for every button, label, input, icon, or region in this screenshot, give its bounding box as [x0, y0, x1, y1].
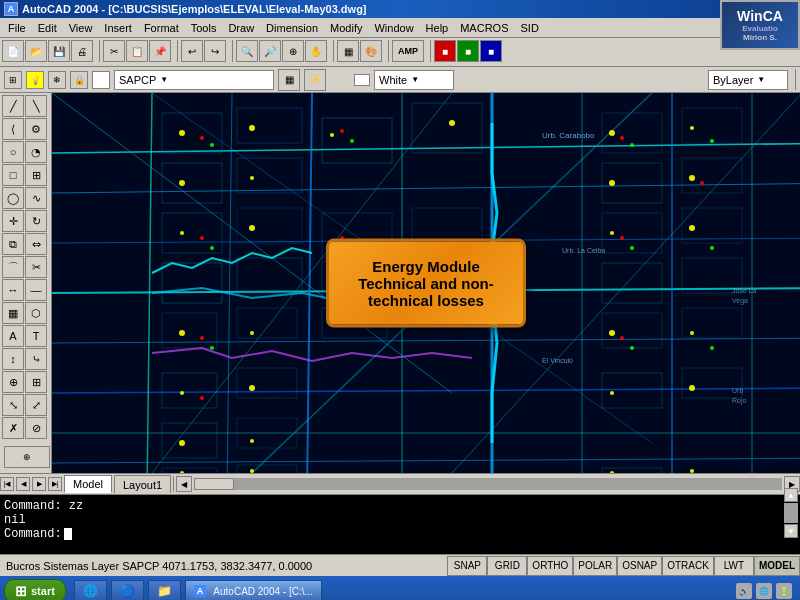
lt-spline[interactable]: ∿	[25, 187, 47, 209]
tb-extra3[interactable]: ■	[480, 40, 502, 62]
lt-hatch[interactable]: ▦	[2, 302, 24, 324]
lt-copy[interactable]: ⧉	[2, 233, 24, 255]
scroll-thumb[interactable]	[194, 478, 234, 490]
lt-rectangle[interactable]: □	[2, 164, 24, 186]
layer-manager-btn[interactable]: ⊞	[4, 71, 22, 89]
tb-print[interactable]: 🖨	[71, 40, 93, 62]
tb-matchprop[interactable]: 🎨	[360, 40, 382, 62]
status-lwt[interactable]: LWT	[714, 556, 754, 576]
status-snap[interactable]: SNAP	[447, 556, 487, 576]
tb-extra1[interactable]: ■	[434, 40, 456, 62]
color-swatch[interactable]	[354, 74, 370, 86]
tb-zoom-realtime[interactable]: ⊕	[282, 40, 304, 62]
lt-leader[interactable]: ⤷	[25, 348, 47, 370]
tab-nav-last[interactable]: ▶|	[48, 477, 62, 491]
layer-visibility-btn[interactable]: 💡	[26, 71, 44, 89]
menu-macros[interactable]: MACROS	[454, 21, 514, 35]
cmd-scroll-up[interactable]: ▲	[784, 488, 798, 502]
lt-erase[interactable]: ✗	[2, 417, 24, 439]
menu-edit[interactable]: Edit	[32, 21, 63, 35]
tb-properties[interactable]: ▦	[337, 40, 359, 62]
layer-name-dropdown[interactable]: SAPCP ▼	[114, 70, 274, 90]
lt-crosshair[interactable]: ⊕	[4, 446, 50, 468]
scroll-left-btn[interactable]: ◀	[176, 476, 192, 492]
status-otrack[interactable]: OTRACK	[662, 556, 714, 576]
lt-ellipse[interactable]: ◯	[2, 187, 24, 209]
start-label: start	[31, 585, 55, 597]
layer-freeze-btn[interactable]: ❄	[48, 71, 66, 89]
lt-grid[interactable]: ⊞	[25, 164, 47, 186]
tb-extra2[interactable]: ■	[457, 40, 479, 62]
menu-draw[interactable]: Draw	[222, 21, 260, 35]
menu-insert[interactable]: Insert	[98, 21, 138, 35]
lt-rotate[interactable]: ↻	[25, 210, 47, 232]
color-dropdown[interactable]: White ▼	[374, 70, 454, 90]
taskbar-ie[interactable]: 🌐	[74, 580, 107, 600]
lt-mtext[interactable]: T	[25, 325, 47, 347]
lt-move[interactable]: ✛	[2, 210, 24, 232]
layer-extra2[interactable]: ⚡	[304, 69, 326, 91]
status-model[interactable]: MODEL	[754, 556, 800, 576]
cmd-scroll-down[interactable]: ▼	[784, 524, 798, 538]
layer-extra1[interactable]: ▦	[278, 69, 300, 91]
lt-text[interactable]: A	[2, 325, 24, 347]
tab-nav-prev[interactable]: ◀	[16, 477, 30, 491]
linetype-dropdown[interactable]: ByLayer ▼	[708, 70, 788, 90]
tb-amp[interactable]: AMP	[392, 40, 424, 62]
taskbar-browser2[interactable]: 🔵	[111, 580, 144, 600]
lt-break[interactable]: —	[25, 279, 47, 301]
status-osnap[interactable]: OSNAP	[617, 556, 662, 576]
lt-trim[interactable]: ✂	[25, 256, 47, 278]
tab-nav-first[interactable]: |◀	[0, 477, 14, 491]
menu-file[interactable]: File	[2, 21, 32, 35]
menu-dimension[interactable]: Dimension	[260, 21, 324, 35]
status-ortho[interactable]: ORTHO	[527, 556, 573, 576]
menu-view[interactable]: View	[63, 21, 99, 35]
menu-modify[interactable]: Modify	[324, 21, 368, 35]
lt-fillet[interactable]: ⌒	[2, 256, 24, 278]
lt-insert[interactable]: ⊕	[2, 371, 24, 393]
lt-stretch[interactable]: ⤢	[25, 394, 47, 416]
status-grid[interactable]: GRID	[487, 556, 527, 576]
tb-undo[interactable]: ↩	[181, 40, 203, 62]
menu-format[interactable]: Format	[138, 21, 185, 35]
menu-sid[interactable]: SID	[514, 21, 544, 35]
tab-nav-next[interactable]: ▶	[32, 477, 46, 491]
lt-region[interactable]: ⬡	[25, 302, 47, 324]
scroll-track[interactable]	[194, 478, 782, 490]
tab-layout1[interactable]: Layout1	[114, 475, 171, 493]
menu-tools[interactable]: Tools	[185, 21, 223, 35]
layer-lock-btn[interactable]: 🔒	[70, 71, 88, 89]
taskbar-autocad[interactable]: A AutoCAD 2004 - [C:\...	[185, 580, 322, 600]
lt-properties[interactable]: ⚙	[25, 118, 47, 140]
lt-attdef[interactable]: ⊞	[25, 371, 47, 393]
lt-xline[interactable]: ╲	[25, 95, 47, 117]
tb-paste[interactable]: 📌	[149, 40, 171, 62]
tab-model[interactable]: Model	[64, 475, 112, 493]
lt-line[interactable]: ╱	[2, 95, 24, 117]
taskbar-folder[interactable]: 📁	[148, 580, 181, 600]
status-polar[interactable]: POLAR	[573, 556, 617, 576]
lt-polyline[interactable]: ⟨	[2, 118, 24, 140]
lt-mirror[interactable]: ⇔	[25, 233, 47, 255]
tb-zoom-window[interactable]: 🔍	[236, 40, 258, 62]
lt-dim[interactable]: ↕	[2, 348, 24, 370]
layer-color-btn[interactable]	[92, 71, 110, 89]
lt-circle[interactable]: ○	[2, 141, 24, 163]
drawing-canvas[interactable]: Urb. Carabobo Urb. La Ceiba Urb. La Vill…	[52, 93, 800, 473]
lt-extend[interactable]: ↔	[2, 279, 24, 301]
tb-cut[interactable]: ✂	[103, 40, 125, 62]
lt-scale[interactable]: ⤡	[2, 394, 24, 416]
lt-arc[interactable]: ◔	[25, 141, 47, 163]
tb-new[interactable]: 📄	[2, 40, 24, 62]
lt-explode[interactable]: ⊘	[25, 417, 47, 439]
tb-save[interactable]: 💾	[48, 40, 70, 62]
menu-help[interactable]: Help	[420, 21, 455, 35]
tb-open[interactable]: 📂	[25, 40, 47, 62]
tb-pan[interactable]: ✋	[305, 40, 327, 62]
menu-window[interactable]: Window	[368, 21, 419, 35]
start-button[interactable]: ⊞ start	[4, 579, 66, 600]
tb-copy[interactable]: 📋	[126, 40, 148, 62]
tb-redo[interactable]: ↪	[204, 40, 226, 62]
tb-zoom-prev[interactable]: 🔎	[259, 40, 281, 62]
